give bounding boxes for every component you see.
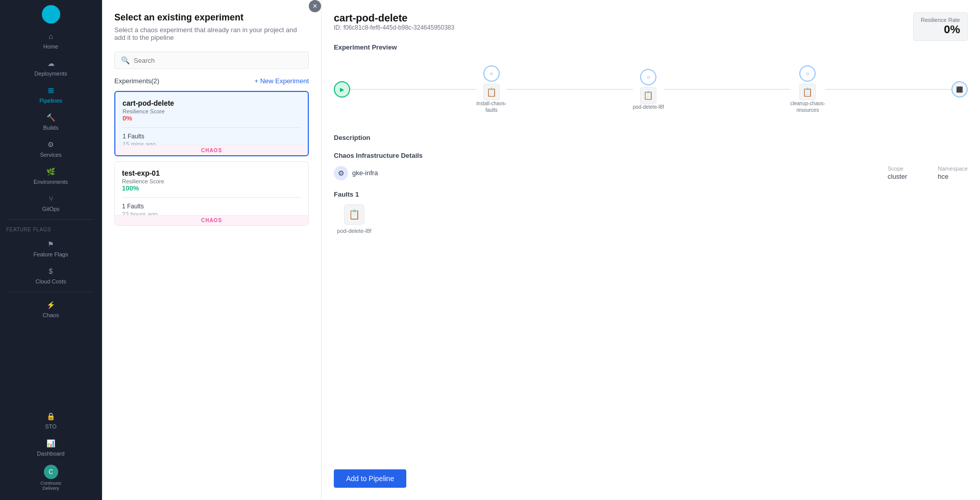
- search-box[interactable]: 🔍: [114, 52, 309, 69]
- infra-scope-label: Scope: [888, 165, 907, 172]
- wf-task-3-label: cleanup-chaos-resources: [790, 100, 825, 113]
- infra-meta: Scope cluster Namespace hce: [888, 165, 968, 180]
- wf-task-3-icon: 📋: [799, 84, 816, 100]
- infra-details: ⚙ gke-infra Scope cluster Namespace hce: [334, 165, 968, 180]
- wf-node-end: ⬛: [951, 81, 968, 98]
- wf-node-install: ○ 📋 install-chaos-faults: [476, 65, 506, 113]
- preview-label: Experiment Preview: [334, 43, 968, 51]
- infra-name: ⚙ gke-infra: [334, 166, 378, 180]
- avatar: C: [44, 465, 58, 479]
- wf-task-3-top: ○: [799, 65, 816, 82]
- infra-section: Chaos Infrastructure Details ⚙ gke-infra…: [334, 152, 968, 180]
- sidebar-item-label: Home: [43, 43, 58, 50]
- sidebar-item-gitops[interactable]: ⑂ GitOps: [0, 189, 102, 216]
- wf-line-3: [664, 89, 790, 90]
- resilience-badge-label: Resilience Rate: [921, 17, 960, 23]
- infra-icon: ⚙: [334, 166, 348, 180]
- modal-subtitle: Select a chaos experiment that already r…: [114, 26, 309, 41]
- right-title: cart-pod-delete: [334, 12, 454, 24]
- sidebar-item-services[interactable]: ⚙ Services: [0, 135, 102, 162]
- sidebar-item-label: GitOps: [42, 206, 59, 212]
- pipeline-background: Chaos-Test-1 > Boutique Pipeline ⚙ Bouti…: [102, 0, 980, 500]
- wf-line-1: [350, 89, 476, 90]
- infra-scope-value: cluster: [888, 173, 907, 180]
- infra-name-text: gke-infra: [352, 169, 378, 177]
- wf-node-cleanup: ○ 📋 cleanup-chaos-resources: [790, 65, 825, 113]
- infra-namespace-label: Namespace: [938, 165, 968, 172]
- experiment-card-1[interactable]: cart-pod-delete Resilience Score 0% 1 Fa…: [114, 91, 309, 156]
- search-icon: 🔍: [121, 56, 130, 64]
- sidebar-nav: ⌂ Home ☁ Deployments ⊞ Pipelines 🔨 Build…: [0, 27, 102, 322]
- experiment-preview-section: Experiment Preview ▶ ○ 📋 install-chaos-f…: [334, 43, 968, 122]
- wf-task-2-label: pod-delete-l8f: [633, 104, 664, 110]
- cloud-costs-icon: $: [45, 266, 57, 277]
- wf-node-start: ▶: [334, 81, 350, 98]
- modal-left-panel: ✕ Select an existing experiment Select a…: [102, 0, 322, 500]
- card-1-divider: [122, 127, 301, 128]
- card-2-divider: [122, 197, 301, 198]
- dashboard-icon: 📊: [45, 438, 57, 449]
- sidebar-user-label: ContinuosDelivery: [40, 481, 61, 491]
- builds-icon: 🔨: [45, 112, 57, 123]
- experiment-cards: cart-pod-delete Resilience Score 0% 1 Fa…: [114, 91, 309, 226]
- right-title-area: cart-pod-delete ID: f06c81c8-fef6-445d-b…: [334, 12, 454, 41]
- wf-line-2: [506, 89, 632, 90]
- chaos-icon: ⚡: [45, 299, 57, 311]
- pipelines-icon: ⊞: [45, 85, 57, 96]
- wf-task-2-icon: 📋: [640, 87, 656, 104]
- resilience-badge-value: 0%: [921, 23, 960, 36]
- experiment-card-1-name: cart-pod-delete: [122, 99, 301, 107]
- sidebar-logo: [42, 5, 60, 23]
- sidebar-item-pipelines[interactable]: ⊞ Pipelines: [0, 81, 102, 108]
- fault-item-1: 📋 pod-delete-l8f: [334, 204, 375, 234]
- sidebar-item-feature-flags[interactable]: ⚑ Feature Flags: [0, 234, 102, 261]
- sidebar-item-home[interactable]: ⌂ Home: [0, 27, 102, 54]
- sidebar-item-chaos[interactable]: ⚡ Chaos: [0, 295, 102, 322]
- experiment-card-1-badge: CHAOS: [115, 145, 308, 155]
- experiment-card-2-faults: 1 Faults: [122, 203, 301, 210]
- sto-icon: 🔒: [45, 411, 57, 422]
- sidebar-item-label: Environments: [34, 179, 68, 185]
- sidebar-item-label: Services: [40, 152, 61, 158]
- wf-task-1-icon: 📋: [483, 84, 500, 100]
- search-input[interactable]: [134, 57, 302, 64]
- sidebar-item-label: Deployments: [34, 70, 67, 77]
- wf-start-circle: ▶: [334, 81, 350, 98]
- fault-1-label: pod-delete-l8f: [337, 228, 371, 234]
- faults-label: Faults 1: [334, 191, 968, 198]
- sidebar-item-label: Chaos: [43, 312, 59, 318]
- environments-icon: 🌿: [45, 166, 57, 177]
- sidebar-item-dashboard[interactable]: 📊 Dashboard: [0, 434, 102, 461]
- deployments-icon: ☁: [45, 58, 57, 69]
- sidebar-item-label: Cloud Costs: [36, 278, 66, 284]
- description-label: Description: [334, 134, 968, 141]
- sidebar-item-sto[interactable]: 🔒 STO: [0, 407, 102, 434]
- gitops-icon: ⑂: [45, 193, 57, 204]
- sidebar-item-builds[interactable]: 🔨 Builds: [0, 108, 102, 135]
- sidebar: ⌂ Home ☁ Deployments ⊞ Pipelines 🔨 Build…: [0, 0, 102, 500]
- right-header: cart-pod-delete ID: f06c81c8-fef6-445d-b…: [334, 12, 968, 41]
- experiment-card-2[interactable]: test-exp-01 Resilience Score 100% 1 Faul…: [114, 161, 309, 226]
- right-id: ID: f06c81c8-fef6-445d-b98c-324645950383: [334, 24, 454, 31]
- modal: ✕ Select an existing experiment Select a…: [102, 0, 980, 500]
- sidebar-item-deployments[interactable]: ☁ Deployments: [0, 54, 102, 81]
- infra-namespace-value: hce: [938, 173, 968, 180]
- sidebar-item-cloud-costs[interactable]: $ Cloud Costs: [0, 261, 102, 289]
- fault-1-icon: 📋: [344, 204, 364, 225]
- sidebar-item-label: Feature Flags: [34, 251, 68, 257]
- experiment-card-2-name: test-exp-01: [122, 169, 301, 177]
- sidebar-item-label: STO: [45, 423, 56, 430]
- sidebar-divider: [8, 219, 93, 220]
- sidebar-item-environments[interactable]: 🌿 Environments: [0, 162, 102, 189]
- infra-scope: Scope cluster: [888, 165, 907, 180]
- sidebar-user: C ContinuosDelivery: [0, 461, 102, 495]
- close-button[interactable]: ✕: [309, 0, 321, 12]
- infra-namespace: Namespace hce: [938, 165, 968, 180]
- description-section: Description: [334, 134, 968, 141]
- sidebar-item-label: Pipelines: [39, 98, 62, 104]
- faults-section: Faults 1 📋 pod-delete-l8f: [334, 191, 968, 234]
- experiments-header: Experiments(2) + New Experiment: [114, 77, 309, 85]
- new-experiment-button[interactable]: + New Experiment: [254, 77, 309, 85]
- sidebar-section-label: Feature Flags: [0, 223, 102, 234]
- add-to-pipeline-button[interactable]: Add to Pipeline: [334, 469, 406, 488]
